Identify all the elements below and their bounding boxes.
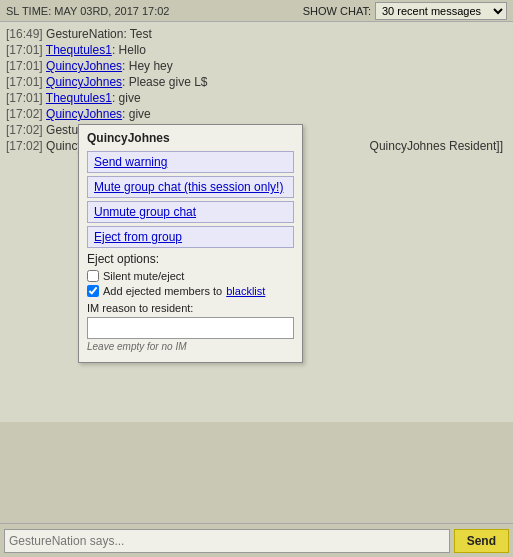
chat-time: [17:01]: [6, 91, 43, 105]
chat-line: [17:01] Thequtules1: give: [6, 90, 507, 106]
sl-time-label: SL TIME: MAY 03RD, 2017 17:02: [6, 5, 169, 17]
chat-sender-link[interactable]: QuincyJohnes: [46, 59, 122, 73]
top-bar: SL TIME: MAY 03RD, 2017 17:02 SHOW CHAT:…: [0, 0, 513, 22]
silent-mute-checkbox[interactable]: [87, 270, 99, 282]
blacklist-link[interactable]: blacklist: [226, 285, 265, 297]
chat-text: : Hey hey: [122, 59, 173, 73]
chat-sender-link[interactable]: Thequtules1: [46, 43, 112, 57]
chat-line: [17:01] Thequtules1: Hello: [6, 42, 507, 58]
im-reason-label: IM reason to resident:: [87, 302, 294, 314]
chat-time: [17:01]: [6, 59, 43, 73]
eject-from-group-button[interactable]: Eject from group: [87, 226, 294, 248]
add-ejected-checkbox[interactable]: [87, 285, 99, 297]
chat-time: [17:01]: [6, 75, 43, 89]
add-ejected-label: Add ejected members to: [103, 285, 222, 297]
chat-sender-link[interactable]: QuincyJohnes: [46, 75, 122, 89]
chat-text: : Hello: [112, 43, 146, 57]
context-menu: QuincyJohnes Send warning Mute group cha…: [78, 124, 303, 363]
context-menu-title: QuincyJohnes: [87, 131, 294, 145]
chat-sender-link[interactable]: QuincyJohnes: [46, 107, 122, 121]
unmute-group-chat-button[interactable]: Unmute group chat: [87, 201, 294, 223]
chat-sender: GestureNation: Test: [46, 27, 152, 41]
chat-time: [17:02]: [6, 107, 43, 121]
silent-mute-label: Silent mute/eject: [103, 270, 184, 282]
chat-right-text: QuincyJohnes Resident]]: [370, 138, 503, 154]
chat-text: : give: [112, 91, 141, 105]
im-reason-input[interactable]: [87, 317, 294, 339]
send-warning-button[interactable]: Send warning: [87, 151, 294, 173]
show-chat-label: SHOW CHAT:: [303, 5, 371, 17]
mute-group-chat-button[interactable]: Mute group chat (this session only!): [87, 176, 294, 198]
chat-sender-link[interactable]: Thequtules1: [46, 91, 112, 105]
chat-time: [17:01]: [6, 43, 43, 57]
bottom-bar: Send: [0, 523, 513, 557]
send-button[interactable]: Send: [454, 529, 509, 553]
chat-text: : give: [122, 107, 151, 121]
chat-time: [17:02]: [6, 139, 43, 153]
chat-line: [17:01] QuincyJohnes: Please give L$: [6, 74, 507, 90]
show-chat-control: SHOW CHAT: 30 recent messages 50 recent …: [303, 2, 507, 20]
silent-mute-row: Silent mute/eject: [87, 270, 294, 282]
chat-time: [16:49]: [6, 27, 43, 41]
show-chat-select[interactable]: 30 recent messages 50 recent messages 10…: [375, 2, 507, 20]
chat-line: [17:02] QuincyJohnes: give: [6, 106, 507, 122]
chat-line: [17:01] QuincyJohnes: Hey hey: [6, 58, 507, 74]
add-ejected-row: Add ejected members to blacklist: [87, 285, 294, 297]
leave-empty-hint: Leave empty for no IM: [87, 341, 294, 352]
chat-area: [16:49] GestureNation: Test [17:01] Theq…: [0, 22, 513, 422]
eject-options-label: Eject options:: [87, 252, 294, 266]
chat-line: [16:49] GestureNation: Test: [6, 26, 507, 42]
chat-text: : Please give L$: [122, 75, 207, 89]
chat-time: [17:02]: [6, 123, 43, 137]
message-input[interactable]: [4, 529, 450, 553]
